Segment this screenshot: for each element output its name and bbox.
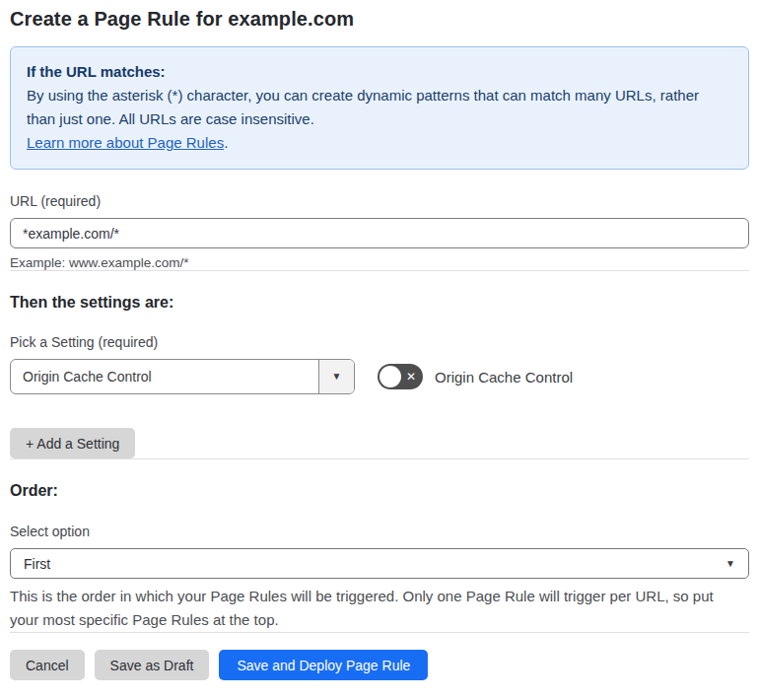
info-box-heading: If the URL matches: [27,60,732,84]
info-box: If the URL matches: By using the asteris… [10,46,749,170]
learn-more-link[interactable]: Learn more about Page Rules [27,134,224,151]
toggle-label: Origin Cache Control [435,369,573,385]
setting-select[interactable]: Origin Cache Control ▼ [10,359,355,394]
setting-row: Origin Cache Control ▼ ✕ Origin Cache Co… [10,359,749,394]
page-rule-form: Create a Page Rule for example.com If th… [0,0,759,680]
footer-actions: Cancel Save as Draft Save and Deploy Pag… [10,650,749,680]
url-input[interactable] [10,218,749,248]
chevron-down-icon: ▼ [332,372,342,382]
order-select-label: Select option [10,524,749,539]
pick-setting-label: Pick a Setting (required) [10,334,749,350]
divider [10,458,749,459]
chevron-down-icon: ▼ [725,559,735,569]
order-select[interactable]: First ▼ [10,548,749,579]
info-box-body: By using the asterisk (*) character, you… [27,84,717,131]
cancel-button[interactable]: Cancel [10,650,85,680]
add-setting-button[interactable]: + Add a Setting [10,428,135,458]
save-and-deploy-button[interactable]: Save and Deploy Page Rule [219,650,428,680]
setting-select-value: Origin Cache Control [11,360,318,393]
page-title: Create a Page Rule for example.com [10,8,749,31]
divider [10,270,749,271]
order-helper-text: This is the order in which your Page Rul… [10,585,744,632]
url-example-helper: Example: www.example.com/* [10,255,749,270]
toggle-off-x-icon: ✕ [406,371,416,383]
link-period: . [224,134,228,151]
settings-section-heading: Then the settings are: [10,294,749,312]
url-label: URL (required) [10,193,749,209]
toggle-knob [380,366,401,387]
order-select-value: First [24,556,50,572]
save-as-draft-button[interactable]: Save as Draft [95,650,210,680]
divider [10,632,749,633]
order-section-heading: Order: [10,482,749,500]
info-link-line: Learn more about Page Rules. [27,131,732,155]
origin-cache-control-toggle[interactable]: ✕ [378,364,423,389]
setting-select-caret-button[interactable]: ▼ [318,360,354,393]
